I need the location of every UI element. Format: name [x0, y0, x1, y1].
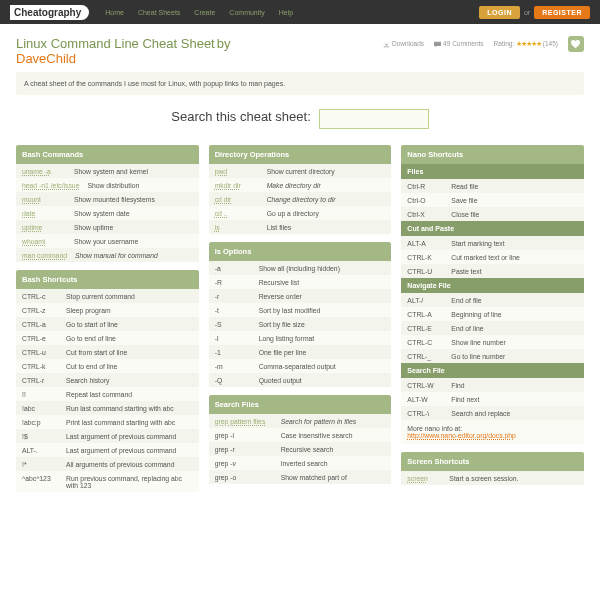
- description: Close file: [451, 211, 578, 218]
- nav-create[interactable]: Create: [188, 5, 221, 20]
- key: -r: [215, 293, 251, 300]
- key: CTRL-u: [22, 349, 58, 356]
- table-row: dateShow system date: [16, 206, 199, 220]
- command: grep -r: [215, 446, 273, 453]
- column-2: Directory Operations pwdShow current dir…: [209, 145, 392, 492]
- description: Print last command starting with abc: [66, 419, 193, 426]
- key: ALT-A: [407, 240, 443, 247]
- table-row: CTRL-cStop current command: [16, 289, 199, 303]
- description: Show matched part of: [281, 474, 386, 481]
- table-row: mountShow mounted filesystems: [16, 192, 199, 206]
- bash-commands-header: Bash Commands: [16, 145, 199, 164]
- table-row: lsList files: [209, 220, 392, 234]
- register-button[interactable]: REGISTER: [534, 6, 590, 19]
- description: List files: [267, 224, 386, 231]
- table-row: -RRecursive list: [209, 275, 392, 289]
- description: Recursive search: [281, 446, 386, 453]
- key: Ctrl-X: [407, 211, 443, 218]
- nav-community[interactable]: Community: [223, 5, 270, 20]
- command[interactable]: head -n1 /etc/issue: [22, 182, 79, 189]
- search-input[interactable]: [319, 109, 429, 129]
- description: Show line number: [451, 339, 578, 346]
- description: Paste text: [451, 268, 578, 275]
- table-row: !abc:pPrint last command starting with a…: [16, 415, 199, 429]
- favorite-button[interactable]: [568, 36, 584, 52]
- description: One file per line: [259, 349, 386, 356]
- table-row: grep -oShow matched part of: [209, 470, 392, 484]
- description: Go to line number: [451, 353, 578, 360]
- command[interactable]: mkdir dir: [215, 182, 259, 189]
- table-row: -1One file per line: [209, 345, 392, 359]
- key: -Q: [215, 377, 251, 384]
- command: grep -o: [215, 474, 273, 481]
- description: Show system and kernel: [74, 168, 193, 175]
- key: -a: [215, 265, 251, 272]
- description: Save file: [451, 197, 578, 204]
- key: -R: [215, 279, 251, 286]
- command[interactable]: ls: [215, 224, 259, 231]
- command[interactable]: uptime: [22, 224, 66, 231]
- key: CTRL-A: [407, 311, 443, 318]
- command[interactable]: date: [22, 210, 66, 217]
- table-row: ALT-AStart marking text: [401, 236, 584, 250]
- rating: Rating: ★★★★★ (145): [494, 40, 558, 48]
- downloads-link[interactable]: Downloads: [383, 40, 424, 48]
- title-bar: Linux Command Line Cheat Sheet by DaveCh…: [16, 36, 584, 66]
- description: Find next: [451, 396, 578, 403]
- table-row: mkdir dirMake directory dir: [209, 178, 392, 192]
- screen-shortcuts-header: Screen Shortcuts: [401, 452, 584, 471]
- column-1: Bash Commands uname -aShow system and ke…: [16, 145, 199, 492]
- command[interactable]: man command: [22, 252, 67, 259]
- command[interactable]: pwd: [215, 168, 259, 175]
- ls-options-header: ls Options: [209, 242, 392, 261]
- command[interactable]: mount: [22, 196, 66, 203]
- command: grep -v: [215, 460, 273, 467]
- key: -S: [215, 321, 251, 328]
- nav-cheat-sheets[interactable]: Cheat Sheets: [132, 5, 186, 20]
- table-row: Ctrl-RRead file: [401, 179, 584, 193]
- table-row: ^abc^123Run previous command, replacing …: [16, 471, 199, 492]
- command[interactable]: whoami: [22, 238, 66, 245]
- stars-icon: ★★★★★: [516, 40, 541, 47]
- command[interactable]: screen: [407, 475, 441, 482]
- nav-home[interactable]: Home: [99, 5, 130, 20]
- logo[interactable]: Cheatography: [10, 5, 89, 20]
- search-label: Search this cheat sheet:: [171, 109, 310, 124]
- description: Show all (including hidden): [259, 265, 386, 272]
- description: Search for pattern in files: [281, 418, 386, 425]
- table-row: CTRL-uCut from start of line: [16, 345, 199, 359]
- description: Search history: [66, 377, 193, 384]
- nano-docs-link[interactable]: http://www.nano-editor.org/docs.php: [407, 432, 515, 439]
- key: -l: [215, 335, 251, 342]
- key: CTRL-E: [407, 325, 443, 332]
- command[interactable]: cd dir: [215, 196, 259, 203]
- table-row: !!Repeat last command: [16, 387, 199, 401]
- nav-help[interactable]: Help: [273, 5, 299, 20]
- description: Reverse order: [259, 293, 386, 300]
- description: Show uptime: [74, 224, 193, 231]
- author-link[interactable]: DaveChild: [16, 51, 76, 66]
- description: Sleep program: [66, 307, 193, 314]
- description: A cheat sheet of the commands I use most…: [16, 72, 584, 95]
- key: -t: [215, 307, 251, 314]
- comments-link[interactable]: 49 Comments: [434, 40, 483, 48]
- table-row: grep pattern filesSearch for pattern in …: [209, 414, 392, 428]
- login-button[interactable]: LOGIN: [479, 6, 520, 19]
- table-row: CTRL-\Search and replace: [401, 406, 584, 420]
- key: !$: [22, 433, 58, 440]
- table-row: CTRL-_Go to line number: [401, 349, 584, 363]
- description: Show system date: [74, 210, 193, 217]
- table-row: -aShow all (including hidden): [209, 261, 392, 275]
- nav: Home Cheat Sheets Create Community Help: [99, 5, 299, 20]
- description: Show current directory: [267, 168, 386, 175]
- command[interactable]: uname -a: [22, 168, 66, 175]
- or-label: or: [524, 9, 530, 16]
- description: Search and replace: [451, 410, 578, 417]
- table-row: CTRL-kCut to end of line: [16, 359, 199, 373]
- key: CTRL-e: [22, 335, 58, 342]
- description: Cut from start of line: [66, 349, 193, 356]
- description: Stop current command: [66, 293, 193, 300]
- command[interactable]: cd ..: [215, 210, 259, 217]
- command[interactable]: grep pattern files: [215, 418, 273, 425]
- table-row: whoamiShow your username: [16, 234, 199, 248]
